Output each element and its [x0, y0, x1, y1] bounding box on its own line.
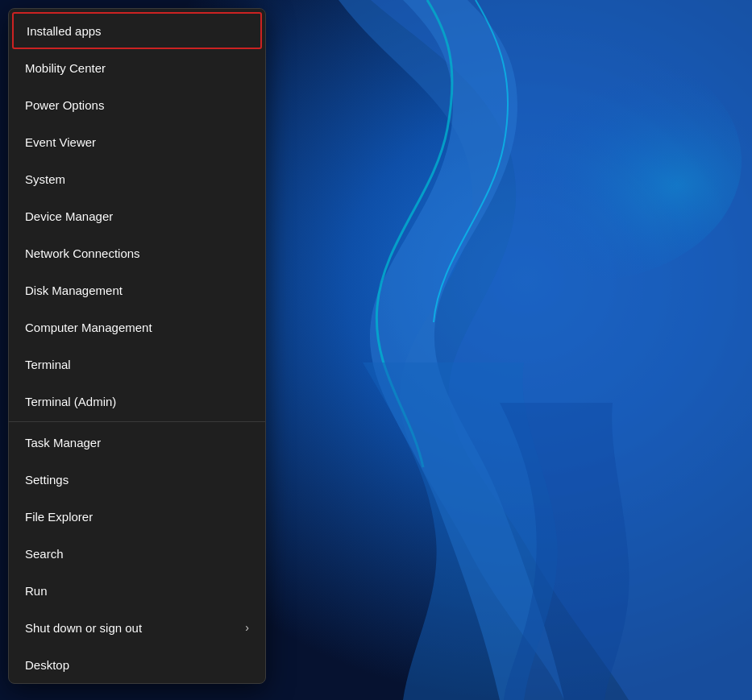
menu-item-run[interactable]: Run [9, 572, 265, 609]
menu-item-label-task-manager: Task Manager [25, 436, 101, 449]
menu-item-label-terminal: Terminal [25, 358, 71, 371]
menu-item-computer-management[interactable]: Computer Management [9, 309, 265, 346]
menu-separator [9, 421, 265, 422]
menu-item-settings[interactable]: Settings [9, 461, 265, 498]
menu-item-label-computer-management: Computer Management [25, 321, 152, 334]
menu-item-label-disk-management: Disk Management [25, 284, 123, 297]
menu-item-label-file-explorer: File Explorer [25, 510, 93, 524]
menu-item-label-shut-down: Shut down or sign out [25, 621, 142, 635]
menu-item-file-explorer[interactable]: File Explorer [9, 498, 265, 535]
menu-item-label-power-options: Power Options [25, 98, 104, 112]
menu-item-event-viewer[interactable]: Event Viewer [9, 123, 265, 160]
menu-item-terminal-admin[interactable]: Terminal (Admin) [9, 383, 265, 420]
submenu-arrow-icon: › [245, 621, 249, 634]
menu-item-label-system: System [25, 172, 65, 186]
menu-item-disk-management[interactable]: Disk Management [9, 271, 265, 309]
menu-item-power-options[interactable]: Power Options [9, 86, 265, 123]
menu-item-label-run: Run [25, 584, 48, 598]
svg-point-2 [419, 40, 742, 282]
menu-item-search[interactable]: Search [9, 535, 265, 572]
menu-item-label-search: Search [25, 547, 64, 561]
menu-item-installed-apps[interactable]: Installed apps [12, 12, 262, 49]
context-menu: Installed appsMobility CenterPower Optio… [8, 8, 266, 684]
menu-item-label-device-manager: Device Manager [25, 209, 113, 223]
menu-item-label-installed-apps: Installed apps [27, 24, 102, 38]
menu-item-label-settings: Settings [25, 473, 69, 487]
menu-item-desktop[interactable]: Desktop [9, 646, 265, 683]
menu-item-terminal[interactable]: Terminal [9, 346, 265, 383]
menu-item-network-connections[interactable]: Network Connections [9, 234, 265, 271]
menu-item-label-desktop: Desktop [25, 658, 69, 672]
menu-item-label-network-connections: Network Connections [25, 246, 140, 260]
menu-item-system[interactable]: System [9, 160, 265, 197]
menu-item-label-mobility-center: Mobility Center [25, 61, 106, 75]
menu-item-mobility-center[interactable]: Mobility Center [9, 49, 265, 86]
menu-item-task-manager[interactable]: Task Manager [9, 424, 265, 461]
menu-item-device-manager[interactable]: Device Manager [9, 197, 265, 234]
menu-item-label-event-viewer: Event Viewer [25, 135, 96, 149]
menu-item-label-terminal-admin: Terminal (Admin) [25, 395, 116, 408]
menu-item-shut-down[interactable]: Shut down or sign out› [9, 609, 265, 646]
